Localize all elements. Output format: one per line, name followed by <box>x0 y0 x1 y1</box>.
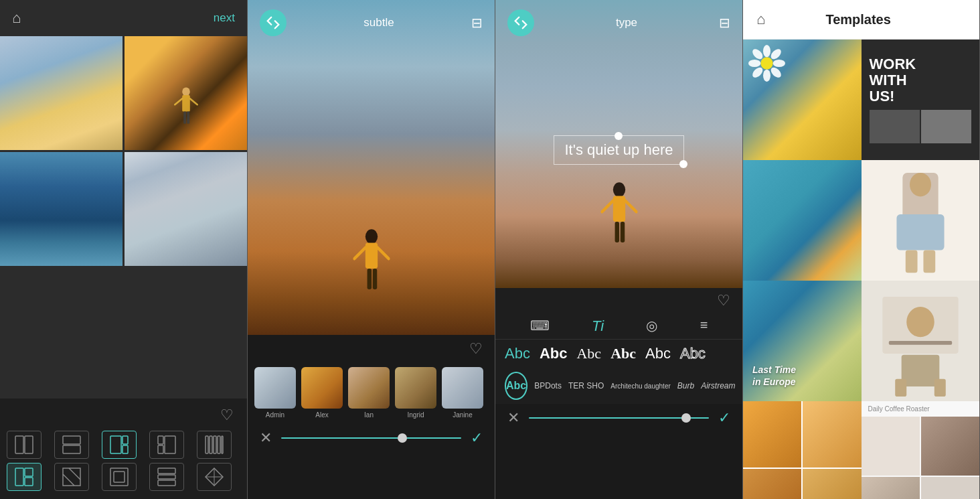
svg-rect-10 <box>110 436 121 453</box>
align-icon[interactable]: ≡ <box>700 317 708 335</box>
filter-admin[interactable]: Admin <box>254 367 296 419</box>
filter-thumb-img-4 <box>395 367 436 409</box>
photo-grid <box>0 36 247 266</box>
photo-item-3[interactable] <box>0 152 122 266</box>
filter-strip: Admin Alex Ian Ingrid Janine <box>248 363 495 423</box>
text-overlay[interactable]: It's quiet up here <box>554 135 685 165</box>
t7-c <box>743 469 801 499</box>
heart-icon-s3[interactable]: ♡ <box>717 292 730 309</box>
template-2[interactable]: WORKWITHUS! <box>862 40 980 160</box>
logo-button-s3[interactable] <box>507 9 534 36</box>
svg-rect-58 <box>923 250 935 273</box>
layout-diamond[interactable] <box>197 463 232 491</box>
template-6[interactable] <box>862 281 980 401</box>
layout-rows-3[interactable] <box>149 463 184 491</box>
font-sample-6[interactable]: Abc <box>680 345 706 362</box>
tmpl5-line1: Last Time <box>752 364 796 375</box>
font-names-row: Abc BPDots TER SHO Architechu daughter B… <box>495 368 742 404</box>
overlay-text-content: It's quiet up here <box>565 141 673 158</box>
svg-rect-28 <box>158 468 175 474</box>
fav-row-screen2: ♡ <box>248 335 495 363</box>
font-sample-1[interactable]: Abc <box>505 345 530 362</box>
svg-line-42 <box>625 201 637 212</box>
font-name-burb[interactable]: Burb <box>677 381 694 390</box>
logo-button[interactable] <box>260 9 287 36</box>
font-sample-2[interactable]: Abc <box>540 345 568 362</box>
photo-item-2[interactable] <box>125 36 247 150</box>
layout-big-right[interactable] <box>149 431 184 459</box>
home-icon[interactable]: ⌂ <box>12 9 21 27</box>
svg-point-49 <box>773 60 785 67</box>
slider-knob-s3[interactable] <box>681 413 691 423</box>
cancel-button-s2[interactable]: ✕ <box>260 429 272 447</box>
filter-ingrid[interactable]: Ingrid <box>395 367 436 419</box>
font-name-tersho[interactable]: TER SHO <box>568 381 604 390</box>
person-silhouette-s3 <box>600 181 637 261</box>
filter-ian[interactable]: Ian <box>348 367 390 419</box>
svg-rect-9 <box>63 445 80 453</box>
filter-label-4: Ingrid <box>407 411 424 419</box>
svg-rect-17 <box>210 436 212 453</box>
next-button[interactable]: next <box>214 11 235 25</box>
svg-rect-15 <box>165 436 175 453</box>
text-handle-bottom[interactable] <box>679 160 687 168</box>
template-grid: WORKWITHUS! Last Time in Europe <box>743 40 979 499</box>
font-sample-5[interactable]: Abc <box>645 345 671 362</box>
photo-item-1[interactable] <box>0 36 122 150</box>
font-active-circle[interactable]: Abc <box>505 372 527 400</box>
template-3[interactable] <box>743 160 862 281</box>
font-name-airstream[interactable]: Airstream <box>701 381 735 390</box>
svg-line-2 <box>175 98 182 104</box>
t8-b <box>921 417 979 476</box>
photo-item-4[interactable] <box>125 152 247 266</box>
t7-a <box>743 401 801 468</box>
t7-b <box>803 401 861 468</box>
layout-frame[interactable] <box>102 463 137 491</box>
cancel-button-s3[interactable]: ✕ <box>507 409 519 427</box>
keyboard-icon[interactable]: ⌨ <box>530 317 550 335</box>
heart-icon[interactable]: ♡ <box>220 407 234 424</box>
opacity-icon[interactable]: ◎ <box>646 317 657 335</box>
font-sample-3[interactable]: Abc <box>576 345 601 362</box>
settings-icon-s3[interactable]: ⊟ <box>719 15 730 31</box>
svg-rect-19 <box>218 436 220 453</box>
template-5[interactable]: Last Time in Europe <box>743 281 862 401</box>
template-8[interactable]: Daily Coffee Roaster <box>862 401 980 499</box>
layout-2row[interactable] <box>54 431 89 459</box>
layout-2col[interactable] <box>7 431 42 459</box>
filter-label-3: Ian <box>364 411 374 419</box>
filter-thumb-img-3 <box>348 367 390 409</box>
text-handle-top[interactable] <box>615 132 623 140</box>
svg-line-25 <box>69 468 80 480</box>
filter-slider[interactable] <box>281 437 461 439</box>
layout-diagonal[interactable] <box>54 463 89 491</box>
svg-point-45 <box>760 57 772 69</box>
font-name-bpdots[interactable]: BPDots <box>534 381 562 390</box>
text-slider[interactable] <box>529 417 709 419</box>
template-7[interactable] <box>743 401 862 499</box>
svg-rect-61 <box>901 355 939 386</box>
confirm-button-s2[interactable]: ✓ <box>471 429 483 447</box>
layout-highlight-active[interactable] <box>102 431 137 459</box>
layout-grid-row2 <box>7 463 240 491</box>
home-icon-s4[interactable]: ⌂ <box>756 11 765 28</box>
filter-alex[interactable]: Alex <box>301 367 343 419</box>
layout-strips[interactable] <box>197 431 232 459</box>
confirm-button-s3[interactable]: ✓ <box>718 409 730 427</box>
svg-rect-13 <box>158 436 163 444</box>
font-samples-row: Abc Abc Abc Abc Abc Abc <box>495 340 742 368</box>
template-2-block-1 <box>870 110 920 143</box>
italic-font-icon[interactable]: Ti <box>592 317 604 335</box>
template-1[interactable] <box>743 40 862 160</box>
settings-icon[interactable]: ⊟ <box>471 15 483 31</box>
svg-point-48 <box>748 60 760 67</box>
template-4[interactable] <box>862 160 980 281</box>
layout-collage-selected[interactable] <box>7 463 42 491</box>
font-sample-4[interactable]: Abc <box>610 345 636 362</box>
heart-icon-s2[interactable]: ♡ <box>469 340 483 358</box>
svg-rect-6 <box>15 436 23 453</box>
tmpl5-line2: in Europe <box>752 376 796 387</box>
font-name-architechu[interactable]: Architechu daughter <box>610 382 671 390</box>
filter-janine[interactable]: Janine <box>442 367 483 419</box>
slider-knob-s2[interactable] <box>398 433 407 443</box>
